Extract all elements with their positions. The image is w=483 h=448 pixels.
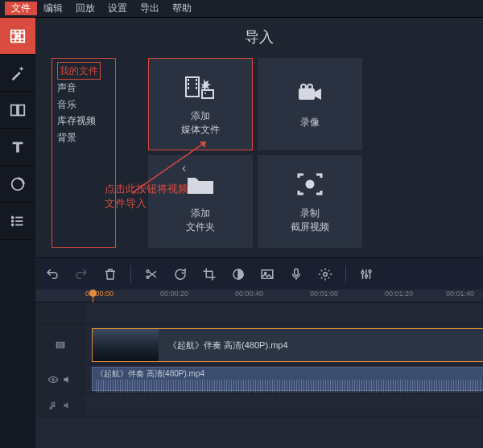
folder-icon (184, 170, 217, 199)
chevron-left-icon[interactable]: ‹ (182, 161, 186, 175)
rotate-button[interactable] (171, 265, 189, 283)
tile-label: 添加 (191, 207, 210, 220)
tile-screencast[interactable]: 录制 截屏视频 (258, 155, 362, 248)
trash-icon (103, 267, 118, 282)
tool-filters[interactable] (0, 55, 35, 92)
wand-icon (9, 64, 27, 82)
svg-point-30 (365, 274, 368, 277)
split-button[interactable] (142, 265, 160, 283)
tile-label2: 文件夹 (186, 220, 215, 234)
video-track: 《起航》伴奏 高清(480P).mp4 (35, 325, 483, 365)
redo-icon (74, 267, 89, 282)
transition-icon (9, 101, 27, 119)
sticker-icon (9, 175, 27, 193)
ruler-tick: 00:00:00 (85, 290, 114, 298)
media-files-icon (184, 72, 217, 101)
svg-rect-8 (188, 79, 189, 81)
film-icon (55, 339, 66, 351)
svg-point-15 (204, 92, 206, 94)
hint-text: 点击此按钮将视频文件导入 (105, 182, 188, 211)
mic-icon (289, 267, 303, 282)
cat-myfiles[interactable]: 我的文件 (57, 62, 101, 80)
properties-button[interactable] (316, 265, 334, 283)
category-list: 我的文件 声音 音乐 库存视频 背景 (52, 58, 116, 248)
menu-settings[interactable]: 设置 (101, 2, 134, 15)
waveform (96, 380, 482, 393)
svg-rect-16 (299, 88, 315, 100)
music-note-icon (47, 400, 59, 411)
speaker-icon (62, 400, 73, 411)
crop-button[interactable] (200, 265, 218, 283)
clip-name: 《起航》伴奏 高清(480P).mp4 (168, 339, 288, 351)
menu-help[interactable]: 帮助 (166, 2, 198, 15)
undo-button[interactable] (43, 265, 61, 283)
svg-point-29 (361, 271, 364, 273)
svg-point-33 (52, 378, 54, 380)
tile-label2: 媒体文件 (181, 123, 220, 137)
svg-point-17 (301, 84, 306, 89)
timeline: 00:00:00 00:00:20 00:00:40 00:01:00 00:0… (35, 290, 483, 448)
music-track-head[interactable] (35, 394, 85, 416)
speaker-icon (62, 374, 73, 385)
svg-rect-11 (196, 79, 197, 81)
menu-playback[interactable]: 回放 (69, 2, 101, 15)
delete-button[interactable] (101, 265, 119, 283)
video-clip[interactable]: 《起航》伴奏 高清(480P).mp4 (92, 328, 483, 362)
import-panel: 导入 我的文件 声音 音乐 库存视频 背景 添加 媒体文件 (35, 18, 483, 257)
svg-rect-13 (196, 87, 197, 89)
rotate-icon (173, 267, 188, 282)
scissors-icon (144, 267, 159, 282)
tool-more[interactable] (0, 203, 35, 240)
picture-button[interactable] (258, 265, 276, 283)
audio-clip[interactable]: 《起航》伴奏 高清(480P).mp4 (92, 367, 483, 391)
audio-track-head[interactable] (35, 365, 85, 393)
svg-point-6 (12, 224, 14, 225)
screencast-icon (294, 170, 326, 199)
svg-point-23 (147, 276, 149, 278)
svg-rect-14 (202, 90, 213, 98)
gear-icon (318, 267, 332, 282)
svg-point-5 (12, 220, 14, 222)
ruler-tick: 00:00:40 (235, 290, 263, 298)
ruler-tick: 00:01:20 (385, 290, 413, 298)
svg-point-18 (308, 84, 312, 89)
tool-titles[interactable] (0, 129, 35, 166)
clip-thumbnail (93, 329, 159, 361)
audio-clip-name: 《起航》伴奏 高清(480P).mp4 (96, 369, 204, 378)
tool-transitions[interactable] (0, 92, 35, 129)
equalizer-button[interactable] (357, 265, 375, 283)
timeline-toolbar (35, 257, 483, 290)
tile-label: 录制 (300, 207, 320, 220)
redo-button[interactable] (72, 265, 90, 283)
svg-rect-12 (196, 83, 197, 85)
tile-label: 录像 (300, 116, 320, 129)
cat-sound[interactable]: 声音 (57, 80, 110, 96)
cat-music[interactable]: 音乐 (57, 97, 110, 113)
cat-bg[interactable]: 背景 (57, 129, 110, 146)
ruler-tick: 00:01:40 (446, 290, 474, 298)
menubar: 文件 编辑 回放 设置 导出 帮助 (0, 0, 483, 18)
tool-import[interactable] (0, 18, 35, 55)
video-track-head[interactable] (35, 325, 85, 364)
ruler-tick: 00:00:20 (160, 290, 188, 298)
menu-edit[interactable]: 编辑 (37, 2, 69, 15)
menu-file[interactable]: 文件 (5, 2, 37, 15)
svg-rect-32 (56, 342, 64, 347)
voiceover-button[interactable] (287, 265, 305, 283)
svg-rect-2 (19, 105, 24, 115)
contrast-icon (231, 267, 246, 282)
time-ruler[interactable]: 00:00:00 00:00:20 00:00:40 00:01:00 00:0… (35, 290, 483, 302)
menu-export[interactable]: 导出 (134, 2, 166, 15)
tile-add-media[interactable]: 添加 媒体文件 (148, 58, 253, 150)
tool-stickers[interactable] (0, 166, 35, 203)
svg-rect-27 (295, 269, 299, 275)
tile-record[interactable]: 录像 (258, 58, 362, 150)
list-icon (9, 212, 27, 230)
svg-rect-10 (188, 87, 189, 89)
cat-stock[interactable]: 库存视频 (57, 113, 110, 129)
color-button[interactable] (229, 265, 247, 283)
film-import-icon (9, 27, 27, 45)
sliders-icon (359, 267, 374, 282)
tile-label2: 截屏视频 (291, 220, 329, 234)
tile-label: 添加 (191, 109, 210, 123)
